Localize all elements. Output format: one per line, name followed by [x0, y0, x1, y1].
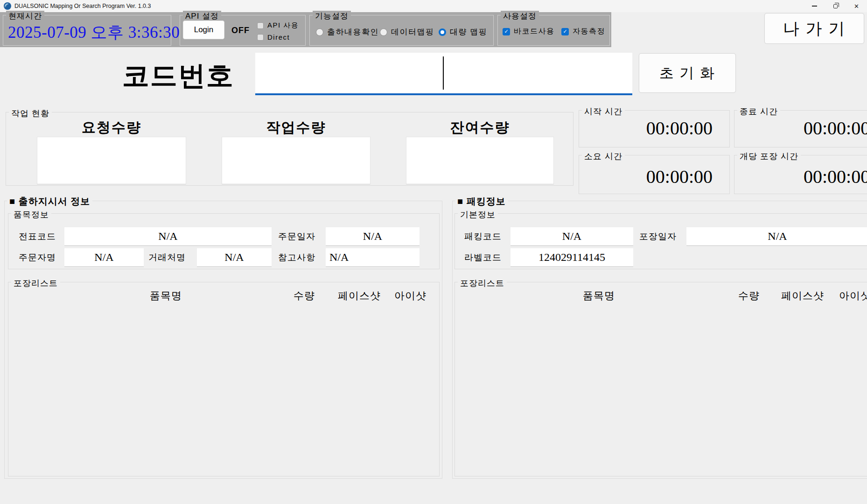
slip-code-field[interactable]: N/A: [64, 227, 272, 246]
col-face-shot: 페이스샷: [781, 289, 824, 303]
app-window: DUALSONIC Mapping Or Search Program Ver.…: [0, 0, 867, 504]
per-unit-time-value: 00:00:00: [804, 166, 867, 188]
col-quantity: 수량: [738, 289, 760, 303]
current-time-value: 2025-07-09 오후 3:36:30: [8, 21, 180, 43]
elapsed-time-value: 00:00:00: [646, 166, 713, 188]
start-time-value: 00:00:00: [646, 117, 713, 139]
orderer-label: 주문자명: [19, 248, 56, 267]
barcode-use-checkbox[interactable]: 바코드사용: [503, 27, 555, 36]
direct-label: Direct: [267, 33, 290, 41]
code-number-label: 코드번호: [122, 58, 234, 94]
col-face-shot: 페이스샷: [338, 289, 381, 303]
packing-pack-list-group[interactable]: 포장리스트 품목명 수량 페이스샷 아이샷: [454, 282, 867, 476]
api-settings-group: API 설정 Login OFF API 사용 Direct: [180, 15, 306, 46]
col-eye-shot: 아이샷: [394, 289, 427, 303]
usage-settings-label: 사용설정: [501, 11, 539, 21]
packing-date-field[interactable]: N/A: [686, 227, 867, 246]
packing-info-title: ■ 패킹정보: [455, 195, 508, 208]
packing-code-label: 패킹코드: [464, 227, 502, 246]
top-settings-panel: 현재시간 2025-07-09 오후 3:36:30 API 설정 Login …: [0, 12, 611, 47]
order-date-field[interactable]: N/A: [326, 227, 420, 246]
current-time-label: 현재시간: [6, 11, 44, 21]
worked-qty-column: 작업수량: [222, 112, 371, 185]
radio-icon: [439, 28, 446, 36]
label-code-label: 라벨코드: [464, 248, 502, 267]
label-code-field[interactable]: 124029114145: [510, 248, 633, 267]
end-time-group: 종료 시간 00:00:00: [734, 110, 867, 147]
requested-qty-box[interactable]: [37, 137, 186, 184]
col-item-name: 품목명: [583, 289, 615, 303]
per-unit-time-group: 개당 포장 시간 00:00:00: [734, 155, 867, 194]
titlebar: DUALSONIC Mapping Or Search Program Ver.…: [0, 0, 867, 12]
work-status-group: 작업 현황 요청수량 작업수량 잔여수량: [6, 112, 573, 186]
feature-settings-label: 기능설정: [313, 11, 351, 21]
close-button[interactable]: [846, 0, 867, 12]
minimize-button[interactable]: [804, 0, 825, 12]
close-icon: [854, 2, 859, 10]
radio-data-mapping[interactable]: 데이터맵핑: [380, 27, 434, 37]
exit-button[interactable]: 나 가 기: [764, 13, 864, 44]
api-status: OFF: [231, 15, 250, 45]
feature-settings-group: 기능설정 출하내용확인 데이터맵핑 대량 맵핑: [309, 15, 494, 46]
order-date-label: 주문일자: [278, 227, 315, 246]
remark-label: 참고사항: [278, 248, 315, 267]
worked-qty-box[interactable]: [222, 137, 371, 184]
remaining-qty-header: 잔여수량: [406, 118, 554, 137]
requested-qty-header: 요청수량: [37, 118, 186, 137]
restore-icon: [833, 4, 838, 8]
item-info-group: 품목정보 전표코드 N/A 주문일자 N/A 주문자명 N/A 거래처명 N/A…: [8, 213, 440, 269]
direct-checkbox[interactable]: Direct: [257, 33, 290, 41]
packing-code-field[interactable]: N/A: [510, 227, 633, 246]
checkbox-icon: [257, 34, 264, 41]
col-quantity: 수량: [294, 289, 315, 303]
minimize-icon: [812, 6, 817, 6]
text-caret: [443, 56, 444, 90]
requested-qty-column: 요청수량: [37, 112, 186, 185]
radio-bulk-mapping[interactable]: 대량 맵핑: [439, 27, 487, 37]
reset-button[interactable]: 초 기 화: [639, 53, 736, 93]
api-use-checkbox[interactable]: API 사용: [257, 21, 299, 30]
api-use-label: API 사용: [267, 21, 299, 30]
login-button[interactable]: Login: [183, 21, 224, 39]
remark-field[interactable]: N/A: [326, 248, 420, 267]
remaining-qty-box[interactable]: [406, 137, 554, 184]
vendor-label: 거래처명: [148, 248, 186, 267]
code-number-input[interactable]: [255, 53, 632, 95]
start-time-group: 시작 시간 00:00:00: [579, 110, 730, 147]
orderer-field[interactable]: N/A: [64, 248, 144, 267]
end-time-value: 00:00:00: [804, 117, 867, 139]
maximize-button[interactable]: [825, 0, 846, 12]
col-item-name: 품목명: [150, 289, 182, 303]
vendor-field[interactable]: N/A: [197, 248, 272, 267]
api-settings-label: API 설정: [183, 11, 221, 21]
basic-info-group: 기본정보 패킹코드 N/A 포장일자 N/A 라벨코드 124029114145: [454, 213, 867, 269]
checkbox-icon: [561, 28, 569, 35]
worked-qty-header: 작업수량: [222, 118, 371, 137]
usage-settings-group: 사용설정 바코드사용 자동측정: [497, 15, 610, 46]
remaining-qty-column: 잔여수량: [406, 112, 554, 185]
checkbox-icon: [257, 22, 264, 29]
app-icon: [4, 2, 11, 10]
current-time-group: 현재시간 2025-07-09 오후 3:36:30: [3, 15, 171, 46]
radio-icon: [380, 28, 387, 36]
radio-icon: [316, 28, 323, 36]
packing-date-label: 포장일자: [639, 227, 677, 246]
slip-code-label: 전표코드: [19, 227, 56, 246]
elapsed-time-group: 소요 시간 00:00:00: [579, 155, 730, 194]
radio-shipping-check[interactable]: 출하내용확인: [316, 27, 379, 37]
col-eye-shot: 아이샷: [839, 289, 867, 303]
app-title: DUALSONIC Mapping Or Search Program Ver.…: [14, 3, 151, 9]
shipping-pack-list-group[interactable]: 포장리스트 품목명 수량 페이스샷 아이샷: [8, 282, 440, 476]
shipping-info-title: ■ 출하지시서 정보: [7, 195, 92, 208]
auto-measure-checkbox[interactable]: 자동측정: [561, 27, 605, 36]
checkbox-icon: [503, 28, 510, 35]
